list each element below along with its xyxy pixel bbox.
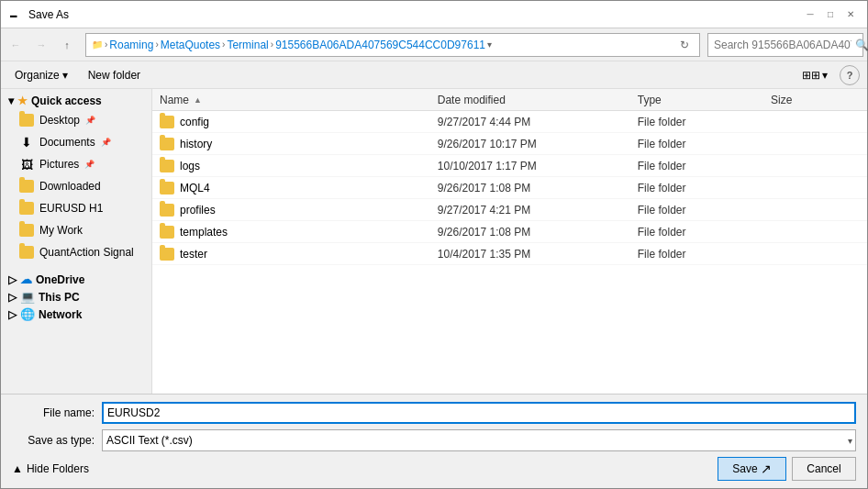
onedrive-header[interactable]: ▷ ☁ OneDrive <box>1 271 151 288</box>
address-separator-1: › <box>155 39 158 50</box>
minimize-button[interactable]: ─ <box>801 6 819 24</box>
column-header-name[interactable]: Name ▲ <box>160 94 438 106</box>
folder-icon-small: 📁 <box>92 39 103 50</box>
folder-icon-mywork <box>19 224 34 237</box>
file-name-row: File name: <box>12 402 856 424</box>
new-folder-button[interactable]: New folder <box>82 65 147 85</box>
folder-icon-file <box>160 248 174 261</box>
thispc-header[interactable]: ▷ 💻 This PC <box>1 288 151 306</box>
thispc-chevron-icon: ▷ <box>8 291 17 304</box>
main-pane: Name ▲ Date modified Type Size config 9/… <box>152 89 867 394</box>
file-name-cell: profiles <box>160 204 438 217</box>
column-header-type[interactable]: Type <box>638 94 771 106</box>
bottom-section: File name: Save as type: ASCII Text (*.c… <box>1 394 867 488</box>
table-row[interactable]: MQL4 9/26/2017 1:08 PM File folder <box>152 177 867 199</box>
sidebar: ▾ ★ Quick access Desktop 📌 ⬇ Documents 📌… <box>1 89 152 394</box>
view-chevron-icon: ▾ <box>822 69 828 82</box>
organize-chevron-icon: ▾ <box>62 69 68 82</box>
file-date-cell: 9/26/2017 10:17 PM <box>438 138 638 150</box>
file-type-cell: File folder <box>638 182 771 194</box>
address-bar[interactable]: 📁 › Roaming › MetaQuotes › Terminal › 91… <box>85 33 700 57</box>
folder-icon-quantaction <box>19 246 34 259</box>
refresh-button[interactable]: ↻ <box>675 36 694 54</box>
sort-arrow-icon: ▲ <box>194 95 203 105</box>
sidebar-item-eurusd[interactable]: EURUSD H1 <box>1 197 151 219</box>
file-date-cell: 9/27/2017 4:44 PM <box>438 116 638 128</box>
address-part-metaquotes[interactable]: MetaQuotes <box>161 39 220 51</box>
file-name-label: File name: <box>12 406 95 419</box>
maximize-button[interactable]: □ <box>821 6 840 24</box>
sidebar-item-documents[interactable]: ⬇ Documents 📌 <box>1 131 151 153</box>
sidebar-item-downloaded[interactable]: Downloaded <box>1 175 151 197</box>
close-button[interactable]: ✕ <box>841 6 860 24</box>
pin-icon-documents: 📌 <box>101 138 111 147</box>
quick-access-header[interactable]: ▾ ★ Quick access <box>1 93 151 109</box>
column-header-size[interactable]: Size <box>771 94 860 106</box>
file-name-input[interactable] <box>102 402 856 424</box>
search-input[interactable] <box>714 39 851 51</box>
organize-button[interactable]: Organize ▾ <box>8 65 74 85</box>
folder-icon-documents: ⬇ <box>19 135 34 150</box>
folder-icon-file <box>160 204 174 217</box>
file-date-cell: 9/26/2017 1:08 PM <box>438 182 638 194</box>
file-name-cell: templates <box>160 226 438 239</box>
back-button[interactable]: ← <box>5 34 27 56</box>
dialog-icon: 🗕 <box>8 7 23 22</box>
up-button[interactable]: ↑ <box>56 34 78 56</box>
table-row[interactable]: profiles 9/27/2017 4:21 PM File folder <box>152 199 867 221</box>
file-name-cell: tester <box>160 248 438 261</box>
sidebar-item-desktop[interactable]: Desktop 📌 <box>1 109 151 131</box>
dialog-title: Save As <box>28 8 69 21</box>
search-bar[interactable]: 🔍 <box>707 33 863 57</box>
table-row[interactable]: config 9/27/2017 4:44 PM File folder <box>152 111 867 133</box>
quick-access-star-icon: ★ <box>17 94 28 107</box>
file-list: config 9/27/2017 4:44 PM File folder his… <box>152 111 867 265</box>
file-list-header: Name ▲ Date modified Type Size <box>152 89 867 111</box>
file-name-cell: MQL4 <box>160 182 438 194</box>
save-button[interactable]: Save ↗ <box>718 457 786 481</box>
address-separator-3: › <box>271 39 273 50</box>
table-row[interactable]: templates 9/26/2017 1:08 PM File folder <box>152 221 867 243</box>
hide-folders-button[interactable]: ▲ Hide Folders <box>12 462 712 475</box>
bottom-buttons: ▲ Hide Folders Save ↗ Cancel <box>12 457 856 481</box>
file-type-cell: File folder <box>638 138 771 150</box>
folder-icon-desktop <box>19 114 34 127</box>
save-type-select[interactable]: ASCII Text (*.csv) <box>102 429 856 451</box>
title-bar-left: 🗕 Save As <box>8 7 69 22</box>
onedrive-icon: ☁ <box>20 272 32 286</box>
navigation-toolbar: ← → ↑ 📁 › Roaming › MetaQuotes › Termina… <box>1 28 867 61</box>
sidebar-item-pictures[interactable]: 🖼 Pictures 📌 <box>1 153 151 175</box>
view-button[interactable]: ⊞⊞ ▾ <box>797 65 832 85</box>
help-button[interactable]: ? <box>840 65 860 85</box>
table-row[interactable]: tester 10/4/2017 1:35 PM File folder <box>152 243 867 265</box>
network-chevron-icon: ▷ <box>8 308 17 321</box>
folder-icon-eurusd <box>19 202 34 215</box>
address-part-roaming[interactable]: Roaming <box>109 39 153 51</box>
search-icon: 🔍 <box>855 39 868 51</box>
column-header-date[interactable]: Date modified <box>438 94 638 106</box>
file-name-text: history <box>180 138 212 150</box>
save-as-type-label: Save as type: <box>12 434 95 447</box>
table-row[interactable]: logs 10/10/2017 1:17 PM File folder <box>152 155 867 177</box>
table-row[interactable]: history 9/26/2017 10:17 PM File folder <box>152 133 867 155</box>
address-part-terminal[interactable]: Terminal <box>227 39 268 51</box>
file-name-text: templates <box>180 226 228 239</box>
forward-button[interactable]: → <box>30 34 52 56</box>
onedrive-chevron-icon: ▷ <box>8 273 17 286</box>
address-dropdown-arrow: ▾ <box>487 39 492 50</box>
thispc-icon: 💻 <box>20 290 35 304</box>
sidebar-item-quantaction[interactable]: QuantAction Signal <box>1 241 151 263</box>
network-header[interactable]: ▷ 🌐 Network <box>1 306 151 323</box>
pin-icon-desktop: 📌 <box>85 116 95 125</box>
file-name-cell: config <box>160 116 438 128</box>
file-type-cell: File folder <box>638 160 771 172</box>
file-type-cell: File folder <box>638 226 771 239</box>
file-name-text: tester <box>180 248 207 261</box>
address-part-id[interactable]: 915566BA06ADA407569C544CC0D97611 <box>275 39 485 51</box>
sidebar-item-mywork[interactable]: My Work <box>1 219 151 241</box>
hide-folders-chevron-icon: ▲ <box>12 462 23 475</box>
window-controls: ─ □ ✕ <box>801 6 860 24</box>
cancel-button[interactable]: Cancel <box>792 457 856 481</box>
organize-label: Organize <box>15 69 60 82</box>
quick-access-chevron-icon: ▾ <box>8 94 14 107</box>
